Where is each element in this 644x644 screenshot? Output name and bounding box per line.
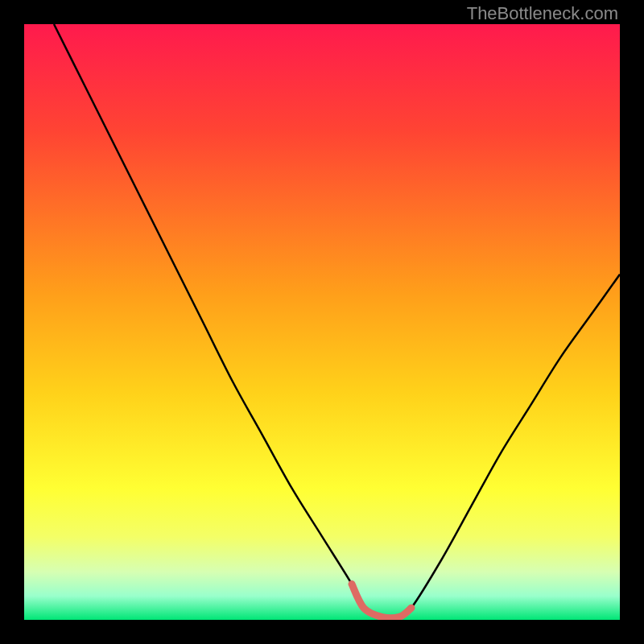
plot-area <box>24 24 620 620</box>
chart-frame: TheBottleneck.com <box>0 0 644 644</box>
gradient-background <box>24 24 620 620</box>
bottleneck-chart <box>24 24 620 620</box>
watermark-text: TheBottleneck.com <box>467 3 618 24</box>
